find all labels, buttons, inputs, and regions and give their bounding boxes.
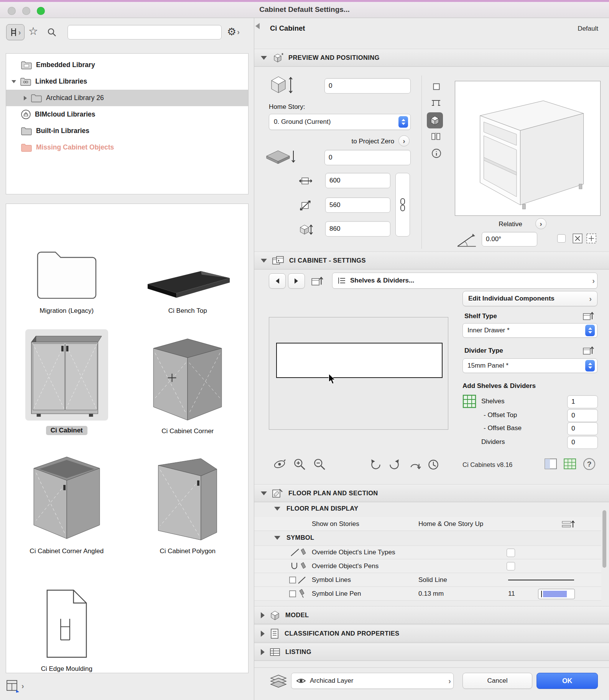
- stepper-icon[interactable]: [585, 325, 595, 336]
- depth-input[interactable]: [325, 197, 390, 213]
- tree-item-bimcloud-libraries[interactable]: BIMcloud Libraries: [6, 106, 248, 123]
- section-header-ci-cabinet-settings[interactable]: CI CABINET - SETTINGS: [254, 251, 609, 269]
- help-icon[interactable]: ?: [583, 458, 595, 470]
- object-3d-preview[interactable]: [455, 81, 601, 216]
- chevron-right-icon[interactable]: [24, 96, 27, 100]
- symbol-line-pen-row[interactable]: Symbol Line Pen 0.13 mm 11: [254, 587, 601, 601]
- arrow-left-icon: [274, 278, 280, 284]
- symbol-view-button[interactable]: [431, 82, 441, 92]
- section-header-classification-and-properties[interactable]: CLASSIFICATION AND PROPERTIES: [254, 624, 609, 642]
- search-input[interactable]: [67, 25, 222, 39]
- settings-page-select[interactable]: Shelves & Dividers... ›: [332, 273, 597, 289]
- width-input[interactable]: [325, 173, 390, 188]
- home-story-value: 0. Ground (Current): [274, 118, 331, 126]
- marker-x-icon[interactable]: [572, 233, 583, 244]
- dividers-count-input[interactable]: [567, 436, 598, 449]
- offset-base-input[interactable]: [567, 422, 598, 435]
- tree-item-linked-libraries[interactable]: Linked Libraries: [6, 73, 248, 90]
- ok-button[interactable]: OK: [537, 673, 598, 689]
- tree-item-embedded-library[interactable]: Embedded Library: [6, 57, 248, 73]
- transfer-settings-icon[interactable]: [583, 345, 595, 356]
- next-view-icon[interactable]: [388, 458, 401, 471]
- chevron-down-icon[interactable]: [12, 80, 16, 83]
- section-header-floor-plan-and-section[interactable]: FLOOR PLAN AND SECTION: [254, 484, 609, 502]
- transfer-settings-icon[interactable]: [311, 275, 324, 287]
- section-view-button[interactable]: [431, 131, 441, 141]
- zoom-in-icon[interactable]: [293, 457, 306, 471]
- offset-to-zero-input[interactable]: [324, 150, 411, 165]
- marker-crosshair-icon[interactable]: [586, 233, 597, 244]
- chevron-right-icon: ›: [589, 295, 592, 302]
- show-on-stories-row[interactable]: Show on Stories Home & One Story Up: [254, 517, 601, 531]
- front-view-button[interactable]: [431, 98, 441, 108]
- search-icon[interactable]: [47, 27, 57, 37]
- subsection-symbol[interactable]: SYMBOL: [274, 534, 314, 541]
- subsection-floor-plan-display[interactable]: FLOOR PLAN DISPLAY: [274, 505, 358, 512]
- previous-page-button[interactable]: [269, 273, 286, 289]
- table-layout-icon[interactable]: [563, 458, 576, 470]
- library-item-ci-cabinet-corner-angled[interactable]: Ci Cabinet Corner Angled: [27, 442, 107, 555]
- stepper-icon[interactable]: [585, 360, 595, 371]
- edit-individual-components-button[interactable]: Edit Individual Components ›: [463, 291, 597, 306]
- pen-color-swatch[interactable]: [538, 589, 575, 599]
- transfer-settings-icon[interactable]: [583, 310, 595, 322]
- story-elevation-input[interactable]: [324, 78, 411, 94]
- section-header-listing[interactable]: LISTING: [254, 643, 609, 661]
- zoom-window-button[interactable]: [37, 7, 45, 15]
- library-item-ci-cabinet-corner[interactable]: Ci Cabinet Corner: [150, 322, 225, 435]
- override-pens-checkbox[interactable]: [507, 562, 515, 570]
- rotation-option-checkbox[interactable]: [557, 234, 566, 243]
- library-options-button[interactable]: ⚙ ›: [227, 26, 240, 38]
- height-input[interactable]: [325, 221, 390, 237]
- to-project-zero-button[interactable]: ›: [398, 135, 410, 146]
- symbol-lines-row[interactable]: Symbol Lines Solid Line: [254, 573, 601, 587]
- shelf-type-select[interactable]: Inner Drawer *: [463, 323, 597, 338]
- library-item-label: Ci Cabinet Corner Angled: [30, 547, 104, 555]
- layer-select[interactable]: Archicad Layer ›: [291, 673, 454, 689]
- relative-menu-button[interactable]: ›: [535, 218, 546, 229]
- previous-view-icon[interactable]: [369, 458, 382, 471]
- object-type-button[interactable]: ›: [6, 24, 25, 40]
- shelves-count-input[interactable]: [567, 395, 598, 408]
- section-header-model[interactable]: MODEL: [254, 606, 609, 624]
- scrollbar[interactable]: [602, 510, 606, 568]
- cancel-button[interactable]: Cancel: [463, 673, 532, 689]
- home-story-select[interactable]: 0. Ground (Current): [269, 114, 411, 130]
- stepper-icon[interactable]: [398, 116, 408, 128]
- section-header-preview-positioning[interactable]: PREVIEW AND POSITIONING: [254, 49, 609, 67]
- override-pens-row[interactable]: Override Object's Pens: [254, 559, 601, 573]
- default-view-icon[interactable]: [427, 458, 440, 471]
- rotation-angle-input[interactable]: [482, 232, 537, 246]
- library-item-migration-legacy[interactable]: Migration (Legacy): [35, 214, 99, 315]
- library-item-ci-edge-moulding[interactable]: Ci Edge Moulding: [41, 562, 92, 673]
- 3d-view-button-selected[interactable]: [427, 112, 443, 128]
- link-dimensions-button[interactable]: [395, 173, 410, 237]
- shelves-dividers-preview[interactable]: [269, 317, 448, 430]
- next-page-button[interactable]: [288, 273, 305, 289]
- offset-top-input[interactable]: [567, 409, 598, 422]
- override-line-types-checkbox[interactable]: [507, 549, 515, 557]
- folder-missing-icon: [21, 143, 32, 152]
- stories-icon[interactable]: [561, 518, 576, 530]
- library-item-ci-cabinet-polygon[interactable]: Ci Cabinet Polygon: [153, 442, 222, 555]
- favorites-star-icon[interactable]: ☆: [28, 25, 38, 38]
- close-window-button[interactable]: [8, 7, 16, 15]
- load-other-object-button[interactable]: ›: [5, 678, 24, 693]
- override-line-types-row[interactable]: Override Object's Line Types: [254, 546, 601, 559]
- tree-item-built-in-libraries[interactable]: Built-in Libraries: [6, 123, 248, 139]
- info-button[interactable]: [431, 148, 441, 158]
- library-item-ci-cabinet[interactable]: Ci Cabinet: [25, 322, 108, 435]
- fit-view-icon[interactable]: [408, 458, 421, 471]
- orbit-icon[interactable]: [273, 457, 286, 471]
- line-type-preview[interactable]: [508, 580, 574, 580]
- offset-top-label: - Offset Top: [484, 411, 517, 419]
- minimize-window-button[interactable]: [22, 7, 30, 15]
- tree-item-missing-cabinet-objects[interactable]: Missing Cabinet Objects: [6, 139, 248, 156]
- zoom-out-icon[interactable]: [313, 457, 326, 471]
- library-item-ci-bench-top[interactable]: Ci Bench Top: [144, 214, 231, 315]
- split-layout-icon[interactable]: [544, 458, 557, 470]
- divider-type-select[interactable]: 15mm Panel *: [463, 358, 597, 373]
- library-item-label: Ci Cabinet Polygon: [160, 547, 216, 555]
- disclosure-triangle-icon: [261, 491, 267, 495]
- tree-item-archicad-library-26[interactable]: Archicad Library 26: [6, 90, 248, 106]
